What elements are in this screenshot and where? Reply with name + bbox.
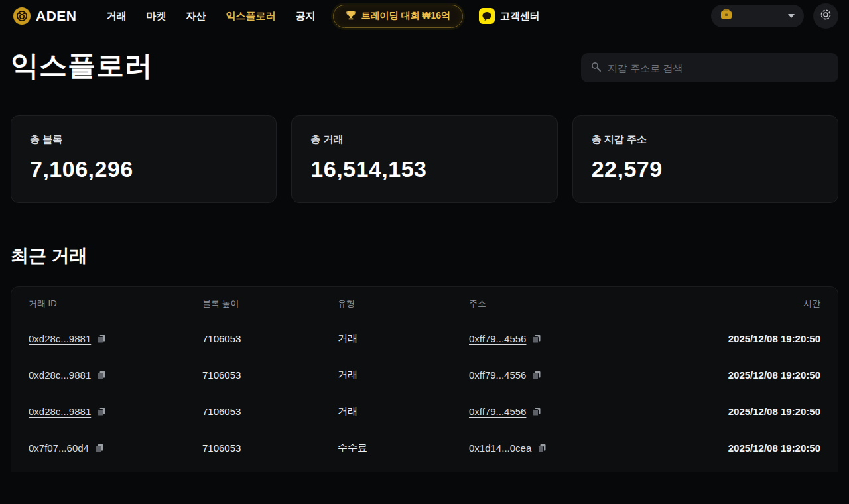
tx-id-link[interactable]: 0x7f07...60d4 (29, 442, 89, 454)
column-header-type: 유형 (338, 298, 469, 310)
customer-support-label: 고객센터 (500, 10, 540, 23)
recent-transactions-table: 거래 ID 블록 높이 유형 주소 시간 0xd28c...9881 71060… (11, 286, 838, 472)
stats-row: 총 블록 7,106,296 총 거래 16,514,153 총 지갑 주소 2… (11, 115, 838, 203)
table-row: 0x7f07...60d4 7106053 수수료 0x1d14...0cea … (11, 430, 838, 466)
copy-icon[interactable] (97, 407, 106, 416)
stat-card-total-transactions: 총 거래 16,514,153 (291, 115, 557, 203)
copy-icon[interactable] (532, 407, 541, 416)
type-cell: 거래 (338, 405, 469, 418)
logo-icon (13, 7, 31, 25)
type-cell: 거래 (338, 332, 469, 345)
explorer-page: 익스플로러 총 블록 7,106,296 총 거래 16,514,153 총 지… (0, 32, 849, 472)
copy-icon[interactable] (532, 371, 541, 380)
column-header-address: 주소 (469, 298, 688, 310)
column-header-time: 시간 (688, 298, 820, 310)
tx-id-link[interactable]: 0xd28c...9881 (29, 406, 91, 417)
nav-item-market[interactable]: 마켓 (147, 10, 166, 23)
block-height-cell: 7106053 (202, 442, 338, 454)
wallet-selector-dropdown[interactable] (711, 5, 804, 27)
trophy-icon (346, 10, 356, 23)
copy-icon[interactable] (97, 334, 106, 344)
wallet-search-box[interactable] (581, 53, 838, 82)
nav-menu: 거래 마켓 자산 익스플로러 공지 (107, 10, 316, 23)
copy-icon[interactable] (532, 334, 541, 344)
time-cell: 2025/12/08 19:20:50 (688, 333, 820, 344)
table-row: 0x7f07...60d4 7106053 수수료 0xff79...4556 … (11, 466, 838, 472)
type-cell: 거래 (338, 369, 469, 381)
trading-contest-label: 트레이딩 대회 ₩16억 (361, 10, 451, 22)
address-link[interactable]: 0x1d14...0cea (469, 442, 531, 454)
stat-card-total-blocks: 총 블록 7,106,296 (11, 115, 277, 203)
nav-item-explorer[interactable]: 익스플로러 (226, 10, 276, 23)
wallet-icon (720, 9, 732, 23)
table-header-row: 거래 ID 블록 높이 유형 주소 시간 (11, 287, 838, 320)
page-title: 익스플로러 (11, 50, 153, 81)
time-cell: 2025/12/08 19:20:50 (688, 442, 820, 454)
stat-card-total-wallets: 총 지갑 주소 22,579 (572, 115, 838, 203)
top-navbar: ADEN 거래 마켓 자산 익스플로러 공지 트레이딩 대회 ₩16억 고객센터 (0, 0, 849, 32)
address-link[interactable]: 0xff79...4556 (469, 333, 526, 344)
copy-icon[interactable] (537, 444, 547, 453)
column-header-block-height: 블록 높이 (202, 298, 338, 310)
block-height-cell: 7106053 (202, 406, 338, 417)
copy-icon[interactable] (95, 444, 104, 453)
table-row: 0xd28c...9881 7106053 거래 0xff79...4556 2… (11, 393, 838, 430)
customer-support-link[interactable]: 고객센터 (479, 8, 540, 24)
time-cell: 2025/12/08 19:20:50 (688, 369, 820, 381)
type-cell: 수수료 (338, 442, 469, 454)
logo[interactable]: ADEN (13, 7, 77, 25)
logo-text: ADEN (36, 8, 77, 24)
wallet-search-input[interactable] (608, 62, 829, 74)
nav-item-trade[interactable]: 거래 (107, 10, 127, 23)
block-height-cell: 7106053 (202, 369, 338, 381)
copy-icon[interactable] (97, 371, 106, 380)
table-row: 0xd28c...9881 7106053 거래 0xff79...4556 2… (11, 357, 838, 393)
stat-value: 22,579 (592, 157, 819, 182)
table-row: 0xd28c...9881 7106053 거래 0xff79...4556 2… (11, 320, 838, 357)
gear-icon (820, 9, 832, 23)
stat-label: 총 지갑 주소 (592, 133, 819, 146)
time-cell: 2025/12/08 19:20:50 (688, 406, 820, 417)
address-link[interactable]: 0xff79...4556 (469, 369, 526, 381)
column-header-tx-id: 거래 ID (29, 298, 202, 310)
tx-id-link[interactable]: 0xd28c...9881 (29, 333, 91, 344)
search-icon (590, 61, 602, 75)
chevron-down-icon (788, 14, 795, 18)
trading-contest-button[interactable]: 트레이딩 대회 ₩16억 (333, 5, 464, 28)
nav-item-notice[interactable]: 공지 (296, 10, 316, 23)
stat-value: 7,106,296 (30, 157, 257, 182)
kakaotalk-icon (479, 8, 495, 24)
address-link[interactable]: 0xff79...4556 (469, 406, 526, 417)
stat-value: 16,514,153 (310, 157, 538, 182)
settings-button[interactable] (813, 3, 838, 29)
block-height-cell: 7106053 (202, 333, 338, 344)
recent-transactions-title: 최근 거래 (11, 244, 838, 268)
stat-label: 총 블록 (30, 133, 257, 146)
navbar-right (711, 3, 838, 29)
nav-item-assets[interactable]: 자산 (186, 10, 206, 23)
stat-label: 총 거래 (310, 133, 538, 146)
table-body: 0xd28c...9881 7106053 거래 0xff79...4556 2… (11, 320, 838, 472)
tx-id-link[interactable]: 0xd28c...9881 (29, 369, 91, 381)
